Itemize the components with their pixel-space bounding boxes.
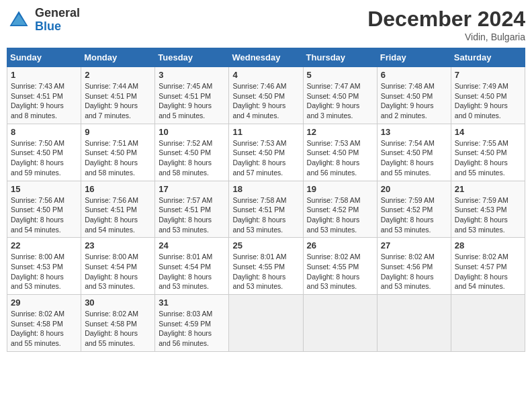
logo: General Blue [7,7,80,34]
calendar-cell: 3Sunrise: 7:45 AMSunset: 4:51 PMDaylight… [155,67,229,124]
calendar-cell: 29Sunrise: 8:02 AMSunset: 4:58 PMDayligh… [7,295,81,352]
day-detail: Sunrise: 7:52 AMSunset: 4:50 PMDaylight:… [159,138,225,178]
day-detail: Sunrise: 7:47 AMSunset: 4:50 PMDaylight:… [307,81,373,121]
calendar-cell: 16Sunrise: 7:56 AMSunset: 4:51 PMDayligh… [81,181,155,238]
calendar-table: SundayMondayTuesdayWednesdayThursdayFrid… [7,48,525,352]
day-detail: Sunrise: 7:44 AMSunset: 4:51 PMDaylight:… [85,81,151,121]
calendar-week-1: 1Sunrise: 7:43 AMSunset: 4:51 PMDaylight… [7,67,525,124]
calendar-cell: 18Sunrise: 7:58 AMSunset: 4:51 PMDayligh… [229,181,303,238]
day-number: 14 [455,127,521,137]
month-title: December 2024 [367,7,525,32]
day-detail: Sunrise: 8:02 AMSunset: 4:58 PMDaylight:… [85,309,151,349]
calendar-cell: 15Sunrise: 7:56 AMSunset: 4:50 PMDayligh… [7,181,81,238]
calendar-week-2: 8Sunrise: 7:50 AMSunset: 4:50 PMDaylight… [7,124,525,181]
day-number: 25 [232,240,299,250]
day-number: 21 [455,184,521,194]
day-number: 31 [159,298,225,308]
header-monday: Monday [81,48,155,67]
day-number: 5 [307,70,373,80]
day-detail: Sunrise: 7:58 AMSunset: 4:51 PMDaylight:… [232,195,299,235]
header-friday: Friday [377,48,451,67]
calendar-cell: 7Sunrise: 7:49 AMSunset: 4:50 PMDaylight… [451,67,525,124]
header-sunday: Sunday [7,48,81,67]
calendar-cell [303,295,377,352]
day-number: 11 [232,127,299,137]
calendar-cell: 27Sunrise: 8:02 AMSunset: 4:56 PMDayligh… [377,238,451,295]
day-number: 2 [85,70,151,80]
day-number: 9 [85,127,151,137]
calendar-cell [229,295,303,352]
day-detail: Sunrise: 8:02 AMSunset: 4:55 PMDaylight:… [307,252,373,291]
day-detail: Sunrise: 7:49 AMSunset: 4:50 PMDaylight:… [455,81,521,121]
title-section: December 2024 Vidin, Bulgaria [367,7,525,42]
calendar-cell: 17Sunrise: 7:57 AMSunset: 4:51 PMDayligh… [155,181,229,238]
day-detail: Sunrise: 7:54 AMSunset: 4:50 PMDaylight:… [381,138,447,178]
calendar-cell: 30Sunrise: 8:02 AMSunset: 4:58 PMDayligh… [81,295,155,352]
day-detail: Sunrise: 7:43 AMSunset: 4:51 PMDaylight:… [11,81,77,121]
day-number: 29 [11,298,77,308]
day-detail: Sunrise: 8:01 AMSunset: 4:54 PMDaylight:… [159,252,225,291]
calendar-week-4: 22Sunrise: 8:00 AMSunset: 4:53 PMDayligh… [7,238,525,295]
day-detail: Sunrise: 8:02 AMSunset: 4:58 PMDaylight:… [11,309,77,349]
day-number: 22 [11,240,77,250]
calendar-cell: 26Sunrise: 8:02 AMSunset: 4:55 PMDayligh… [303,238,377,295]
day-number: 23 [85,240,151,250]
day-number: 15 [11,184,77,194]
day-detail: Sunrise: 7:50 AMSunset: 4:50 PMDaylight:… [11,138,77,178]
calendar-cell: 1Sunrise: 7:43 AMSunset: 4:51 PMDaylight… [7,67,81,124]
calendar-cell: 14Sunrise: 7:55 AMSunset: 4:50 PMDayligh… [451,124,525,181]
calendar-cell: 23Sunrise: 8:00 AMSunset: 4:54 PMDayligh… [81,238,155,295]
day-detail: Sunrise: 8:02 AMSunset: 4:56 PMDaylight:… [381,252,447,291]
calendar-cell: 9Sunrise: 7:51 AMSunset: 4:50 PMDaylight… [81,124,155,181]
day-number: 7 [455,70,521,80]
logo-blue: Blue [35,19,61,33]
day-detail: Sunrise: 7:53 AMSunset: 4:50 PMDaylight:… [307,138,373,178]
day-detail: Sunrise: 8:00 AMSunset: 4:54 PMDaylight:… [85,252,151,291]
day-detail: Sunrise: 7:46 AMSunset: 4:50 PMDaylight:… [232,81,299,121]
location: Vidin, Bulgaria [367,32,525,42]
calendar-cell: 4Sunrise: 7:46 AMSunset: 4:50 PMDaylight… [229,67,303,124]
day-detail: Sunrise: 7:45 AMSunset: 4:51 PMDaylight:… [159,81,225,121]
page-header: General Blue December 2024 Vidin, Bulgar… [7,7,525,42]
calendar-cell: 12Sunrise: 7:53 AMSunset: 4:50 PMDayligh… [303,124,377,181]
calendar-cell: 19Sunrise: 7:58 AMSunset: 4:52 PMDayligh… [303,181,377,238]
header-wednesday: Wednesday [229,48,303,67]
calendar-week-3: 15Sunrise: 7:56 AMSunset: 4:50 PMDayligh… [7,181,525,238]
day-detail: Sunrise: 7:59 AMSunset: 4:52 PMDaylight:… [381,195,447,235]
day-number: 8 [11,127,77,137]
calendar-cell: 28Sunrise: 8:02 AMSunset: 4:57 PMDayligh… [451,238,525,295]
day-number: 3 [159,70,225,80]
day-number: 18 [232,184,299,194]
calendar-cell [451,295,525,352]
day-detail: Sunrise: 7:55 AMSunset: 4:50 PMDaylight:… [455,138,521,178]
calendar-cell: 13Sunrise: 7:54 AMSunset: 4:50 PMDayligh… [377,124,451,181]
day-number: 20 [381,184,447,194]
calendar-cell: 25Sunrise: 8:01 AMSunset: 4:55 PMDayligh… [229,238,303,295]
day-detail: Sunrise: 7:48 AMSunset: 4:50 PMDaylight:… [381,81,447,121]
logo-general: General [35,6,80,19]
calendar-cell: 20Sunrise: 7:59 AMSunset: 4:52 PMDayligh… [377,181,451,238]
day-number: 16 [85,184,151,194]
day-detail: Sunrise: 7:57 AMSunset: 4:51 PMDaylight:… [159,195,225,235]
calendar-cell: 31Sunrise: 8:03 AMSunset: 4:59 PMDayligh… [155,295,229,352]
calendar-header-row: SundayMondayTuesdayWednesdayThursdayFrid… [7,48,525,67]
calendar-cell: 2Sunrise: 7:44 AMSunset: 4:51 PMDaylight… [81,67,155,124]
day-number: 10 [159,127,225,137]
day-number: 30 [85,298,151,308]
day-detail: Sunrise: 8:03 AMSunset: 4:59 PMDaylight:… [159,309,225,349]
calendar-cell: 22Sunrise: 8:00 AMSunset: 4:53 PMDayligh… [7,238,81,295]
calendar-cell: 8Sunrise: 7:50 AMSunset: 4:50 PMDaylight… [7,124,81,181]
day-number: 28 [455,240,521,250]
day-number: 27 [381,240,447,250]
calendar-cell: 24Sunrise: 8:01 AMSunset: 4:54 PMDayligh… [155,238,229,295]
header-thursday: Thursday [303,48,377,67]
calendar-cell: 10Sunrise: 7:52 AMSunset: 4:50 PMDayligh… [155,124,229,181]
day-number: 13 [381,127,447,137]
day-detail: Sunrise: 7:56 AMSunset: 4:51 PMDaylight:… [85,195,151,235]
day-number: 24 [159,240,225,250]
logo-text: General Blue [35,7,80,34]
day-number: 26 [307,240,373,250]
day-detail: Sunrise: 7:51 AMSunset: 4:50 PMDaylight:… [85,138,151,178]
header-tuesday: Tuesday [155,48,229,67]
day-detail: Sunrise: 7:58 AMSunset: 4:52 PMDaylight:… [307,195,373,235]
